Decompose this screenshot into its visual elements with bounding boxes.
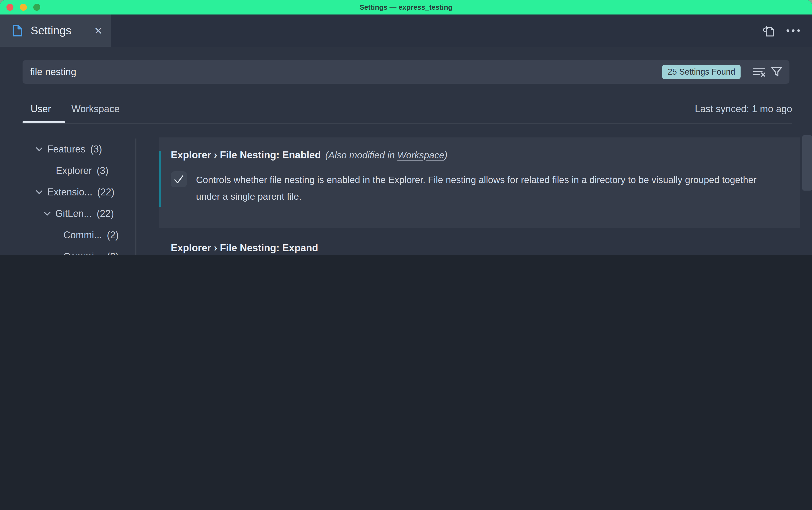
content-scrollbar[interactable] bbox=[802, 135, 812, 190]
chevron-down-icon[interactable] bbox=[43, 209, 52, 218]
results-count-badge: 25 Settings Found bbox=[662, 65, 741, 79]
chevron-down-icon[interactable] bbox=[35, 188, 44, 197]
tab-settings[interactable]: Settings ✕ bbox=[0, 14, 111, 47]
titlebar: Settings — express_testing bbox=[0, 0, 812, 14]
chevron-down-icon[interactable] bbox=[35, 145, 44, 153]
close-window-button[interactable] bbox=[6, 4, 13, 11]
search-query-text: file nesting bbox=[30, 66, 662, 78]
setting-title-file-nesting-expand: Explorer › File Nesting: Expand bbox=[171, 242, 318, 254]
zoom-window-button[interactable] bbox=[33, 4, 40, 11]
tab-workspace-scope[interactable]: Workspace bbox=[71, 103, 119, 115]
editor-tab-strip: Settings ✕ bbox=[0, 14, 812, 47]
checkmark-icon bbox=[172, 173, 185, 186]
scope-divider bbox=[23, 123, 792, 124]
toc-item-extensions[interactable]: Extensio...(22) bbox=[22, 181, 135, 203]
toc-content-divider bbox=[135, 139, 136, 255]
close-tab-icon[interactable]: ✕ bbox=[94, 26, 103, 36]
settings-search-input[interactable]: file nesting 25 Settings Found bbox=[23, 60, 789, 84]
screen: Settings — express_testing Settings ✕ bbox=[0, 0, 812, 255]
clear-search-filters-icon[interactable] bbox=[752, 66, 766, 78]
filter-icon[interactable] bbox=[770, 65, 783, 79]
setting-row-file-nesting-enabled: Explorer › File Nesting: Enabled(Also mo… bbox=[159, 138, 800, 228]
toc-item-commit-2[interactable]: Commi...(2) bbox=[22, 246, 135, 255]
toc-item-gitlens[interactable]: GitLen...(22) bbox=[22, 203, 135, 224]
traffic-lights bbox=[6, 0, 40, 14]
modified-indicator-bar bbox=[159, 151, 161, 207]
window-title: Settings — express_testing bbox=[359, 3, 453, 11]
vscode-settings-window: Settings — express_testing Settings ✕ bbox=[0, 0, 812, 255]
file-icon bbox=[12, 24, 23, 37]
minimize-window-button[interactable] bbox=[20, 4, 27, 11]
last-synced-label: Last synced: 1 mo ago bbox=[695, 103, 792, 115]
setting-description: Controls whether file nesting is enabled… bbox=[196, 172, 782, 205]
ellipsis-icon[interactable] bbox=[786, 28, 800, 33]
toc-item-commit[interactable]: Commi...(2) bbox=[22, 224, 135, 246]
tab-user-scope[interactable]: User bbox=[31, 103, 51, 115]
tab-label: Settings bbox=[31, 24, 71, 37]
setting-title: Explorer › File Nesting: Enabled(Also mo… bbox=[171, 149, 447, 161]
checkbox-file-nesting-enabled[interactable] bbox=[171, 171, 187, 187]
toc-item-features[interactable]: Features(3) bbox=[22, 139, 135, 160]
settings-toc: Features(3) Explorer(3) Extensio...(22) … bbox=[22, 139, 135, 255]
editor-actions bbox=[761, 14, 800, 47]
toc-item-explorer[interactable]: Explorer(3) bbox=[22, 160, 135, 181]
open-settings-json-icon[interactable] bbox=[761, 23, 776, 38]
workspace-link[interactable]: Workspace bbox=[398, 150, 444, 160]
